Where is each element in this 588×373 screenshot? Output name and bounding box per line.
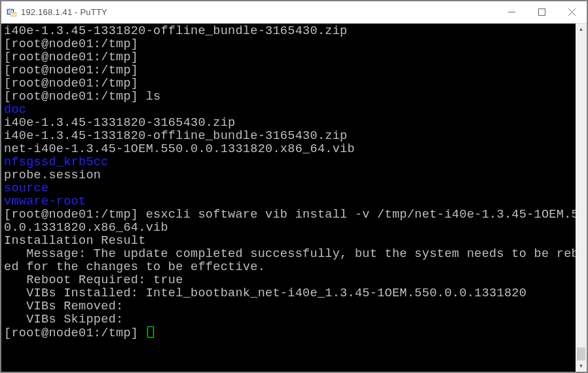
terminal-line: [root@node01:/tmp] xyxy=(4,64,573,77)
terminal-line: doc xyxy=(4,104,573,117)
terminal-line: [root@node01:/tmp] ls xyxy=(4,90,573,104)
terminal-line: VIBs Skipped: xyxy=(4,313,573,326)
terminal-container: i40e-1.3.45-1331820-offline_bundle-31654… xyxy=(1,24,587,372)
putty-icon xyxy=(7,7,17,18)
window-title: 192.168.1.41 - PuTTY xyxy=(21,7,496,17)
close-button[interactable] xyxy=(557,1,587,23)
terminal-line: ed for the changes to be effective. xyxy=(4,261,573,274)
minimize-button[interactable] xyxy=(496,1,526,23)
terminal-line: Reboot Required: true xyxy=(4,274,573,287)
terminal-line: [root@node01:/tmp] xyxy=(4,38,573,51)
terminal-line: VIBs Installed: Intel_bootbank_net-i40e_… xyxy=(4,287,573,300)
window-titlebar: 192.168.1.41 - PuTTY xyxy=(1,1,587,24)
terminal-output[interactable]: i40e-1.3.45-1331820-offline_bundle-31654… xyxy=(1,24,576,372)
terminal-line: i40e-1.3.45-1331820-offline_bundle-31654… xyxy=(4,25,573,38)
terminal-line: [root@node01:/tmp] xyxy=(4,51,573,64)
terminal-line: VIBs Removed: xyxy=(4,300,573,313)
svg-rect-2 xyxy=(10,12,16,16)
terminal-line: nfsgssd_krb5cc xyxy=(4,156,573,169)
terminal-line: 0.0.1331820.x86_64.vib xyxy=(4,222,573,235)
terminal-line: probe.session xyxy=(4,169,573,182)
scrollbar-track[interactable] xyxy=(576,35,587,361)
vertical-scrollbar[interactable]: ▲ ▼ xyxy=(576,24,587,372)
maximize-button[interactable] xyxy=(526,1,557,23)
terminal-line: i40e-1.3.45-1331820-offline_bundle-31654… xyxy=(4,130,573,143)
terminal-line: net-i40e-1.3.45-1OEM.550.0.0.1331820.x86… xyxy=(4,143,573,156)
window-buttons xyxy=(496,1,587,23)
terminal-cursor xyxy=(147,326,154,338)
terminal-line: source xyxy=(4,182,573,195)
terminal-line: i40e-1.3.45-1331820-3165430.zip xyxy=(4,117,573,130)
terminal-line: Message: The update completed successful… xyxy=(4,248,573,261)
terminal-line: vmware-root xyxy=(4,195,573,208)
scrollbar-thumb[interactable] xyxy=(577,347,585,361)
terminal-line: Installation Result xyxy=(4,235,573,248)
terminal-line: [root@node01:/tmp] xyxy=(4,326,573,340)
terminal-line: [root@node01:/tmp] esxcli software vib i… xyxy=(4,208,573,222)
scrollbar-down-arrow[interactable]: ▼ xyxy=(576,361,587,372)
scrollbar-up-arrow[interactable]: ▲ xyxy=(576,24,587,35)
svg-rect-5 xyxy=(538,9,545,16)
terminal-line: [root@node01:/tmp] xyxy=(4,77,573,90)
